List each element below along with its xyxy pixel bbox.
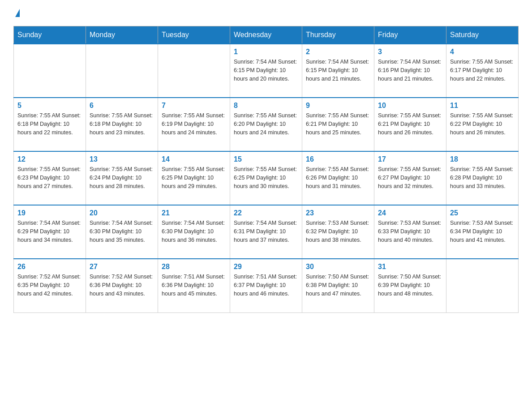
day-number: 14 [162, 155, 226, 163]
day-info: Sunrise: 7:55 AM Sunset: 6:25 PM Dayligh… [162, 165, 226, 190]
calendar-table: SundayMondayTuesdayWednesdayThursdayFrid… [13, 26, 519, 313]
day-info: Sunrise: 7:55 AM Sunset: 6:26 PM Dayligh… [306, 165, 370, 190]
day-info: Sunrise: 7:55 AM Sunset: 6:19 PM Dayligh… [162, 111, 226, 137]
calendar-cell: 1Sunrise: 7:54 AM Sunset: 6:15 PM Daylig… [230, 44, 302, 98]
calendar-cell: 6Sunrise: 7:55 AM Sunset: 6:18 PM Daylig… [86, 98, 158, 151]
calendar-cell: 13Sunrise: 7:55 AM Sunset: 6:24 PM Dayli… [86, 151, 158, 205]
calendar-cell: 19Sunrise: 7:54 AM Sunset: 6:29 PM Dayli… [14, 205, 86, 259]
weekday-sunday: Sunday [14, 26, 86, 44]
day-info: Sunrise: 7:55 AM Sunset: 6:20 PM Dayligh… [234, 111, 298, 137]
day-number: 8 [234, 102, 298, 110]
day-number: 1 [234, 48, 298, 56]
day-number: 7 [162, 102, 226, 110]
day-info: Sunrise: 7:53 AM Sunset: 6:34 PM Dayligh… [450, 219, 515, 244]
calendar-cell: 25Sunrise: 7:53 AM Sunset: 6:34 PM Dayli… [446, 205, 519, 259]
calendar-week-row: 1Sunrise: 7:54 AM Sunset: 6:15 PM Daylig… [14, 44, 519, 98]
calendar-cell [14, 44, 86, 98]
day-number: 13 [90, 155, 154, 163]
day-info: Sunrise: 7:55 AM Sunset: 6:21 PM Dayligh… [306, 111, 370, 137]
day-number: 9 [306, 102, 370, 110]
calendar-body: 1Sunrise: 7:54 AM Sunset: 6:15 PM Daylig… [14, 44, 519, 313]
day-info: Sunrise: 7:52 AM Sunset: 6:35 PM Dayligh… [17, 273, 82, 298]
day-number: 12 [17, 155, 82, 163]
day-info: Sunrise: 7:54 AM Sunset: 6:30 PM Dayligh… [90, 219, 154, 244]
day-number: 23 [306, 209, 370, 217]
day-info: Sunrise: 7:55 AM Sunset: 6:21 PM Dayligh… [378, 111, 442, 137]
day-number: 6 [90, 102, 154, 110]
day-number: 19 [17, 209, 82, 217]
day-number: 2 [306, 48, 370, 56]
calendar-week-row: 5Sunrise: 7:55 AM Sunset: 6:18 PM Daylig… [14, 98, 519, 151]
weekday-friday: Friday [374, 26, 446, 44]
calendar-week-row: 19Sunrise: 7:54 AM Sunset: 6:29 PM Dayli… [14, 205, 519, 259]
calendar-cell: 4Sunrise: 7:55 AM Sunset: 6:17 PM Daylig… [446, 44, 519, 98]
calendar-cell: 16Sunrise: 7:55 AM Sunset: 6:26 PM Dayli… [302, 151, 374, 205]
calendar-week-row: 12Sunrise: 7:55 AM Sunset: 6:23 PM Dayli… [14, 151, 519, 205]
day-number: 16 [306, 155, 370, 163]
day-info: Sunrise: 7:55 AM Sunset: 6:18 PM Dayligh… [90, 111, 154, 137]
day-number: 24 [378, 209, 442, 217]
day-info: Sunrise: 7:53 AM Sunset: 6:32 PM Dayligh… [306, 219, 370, 244]
day-number: 11 [450, 102, 515, 110]
day-number: 18 [450, 155, 515, 163]
calendar-cell: 2Sunrise: 7:54 AM Sunset: 6:15 PM Daylig… [302, 44, 374, 98]
weekday-saturday: Saturday [446, 26, 519, 44]
day-number: 30 [306, 263, 370, 271]
day-info: Sunrise: 7:54 AM Sunset: 6:15 PM Dayligh… [306, 58, 370, 83]
day-info: Sunrise: 7:55 AM Sunset: 6:27 PM Dayligh… [378, 165, 442, 190]
calendar-cell: 21Sunrise: 7:54 AM Sunset: 6:30 PM Dayli… [158, 205, 230, 259]
day-number: 25 [450, 209, 515, 217]
calendar-week-row: 26Sunrise: 7:52 AM Sunset: 6:35 PM Dayli… [14, 259, 519, 313]
weekday-wednesday: Wednesday [230, 26, 302, 44]
calendar-cell [158, 44, 230, 98]
day-info: Sunrise: 7:50 AM Sunset: 6:38 PM Dayligh… [306, 273, 370, 298]
day-number: 27 [90, 263, 154, 271]
calendar-cell: 10Sunrise: 7:55 AM Sunset: 6:21 PM Dayli… [374, 98, 446, 151]
day-info: Sunrise: 7:55 AM Sunset: 6:17 PM Dayligh… [450, 58, 515, 83]
day-info: Sunrise: 7:55 AM Sunset: 6:25 PM Dayligh… [234, 165, 298, 190]
calendar-cell: 31Sunrise: 7:50 AM Sunset: 6:39 PM Dayli… [374, 259, 446, 313]
day-number: 10 [378, 102, 442, 110]
logo [13, 9, 27, 17]
calendar-cell: 23Sunrise: 7:53 AM Sunset: 6:32 PM Dayli… [302, 205, 374, 259]
day-info: Sunrise: 7:55 AM Sunset: 6:28 PM Dayligh… [450, 165, 515, 190]
calendar-cell [446, 259, 519, 313]
day-number: 15 [234, 155, 298, 163]
day-number: 3 [378, 48, 442, 56]
day-number: 20 [90, 209, 154, 217]
calendar-cell: 8Sunrise: 7:55 AM Sunset: 6:20 PM Daylig… [230, 98, 302, 151]
day-info: Sunrise: 7:53 AM Sunset: 6:33 PM Dayligh… [378, 219, 442, 244]
day-info: Sunrise: 7:51 AM Sunset: 6:37 PM Dayligh… [234, 273, 298, 298]
day-info: Sunrise: 7:55 AM Sunset: 6:22 PM Dayligh… [450, 111, 515, 137]
calendar-cell: 3Sunrise: 7:54 AM Sunset: 6:16 PM Daylig… [374, 44, 446, 98]
day-info: Sunrise: 7:55 AM Sunset: 6:18 PM Dayligh… [17, 111, 82, 137]
day-info: Sunrise: 7:51 AM Sunset: 6:36 PM Dayligh… [162, 273, 226, 298]
day-number: 28 [162, 263, 226, 271]
calendar-cell: 20Sunrise: 7:54 AM Sunset: 6:30 PM Dayli… [86, 205, 158, 259]
calendar-cell: 9Sunrise: 7:55 AM Sunset: 6:21 PM Daylig… [302, 98, 374, 151]
calendar-cell: 7Sunrise: 7:55 AM Sunset: 6:19 PM Daylig… [158, 98, 230, 151]
calendar-cell [86, 44, 158, 98]
logo-triangle-icon [15, 9, 20, 17]
page-header [13, 9, 519, 17]
day-info: Sunrise: 7:54 AM Sunset: 6:29 PM Dayligh… [17, 219, 82, 244]
weekday-monday: Monday [86, 26, 158, 44]
day-number: 26 [17, 263, 82, 271]
day-number: 29 [234, 263, 298, 271]
day-number: 31 [378, 263, 442, 271]
day-info: Sunrise: 7:52 AM Sunset: 6:36 PM Dayligh… [90, 273, 154, 298]
calendar-cell: 17Sunrise: 7:55 AM Sunset: 6:27 PM Dayli… [374, 151, 446, 205]
day-number: 21 [162, 209, 226, 217]
day-number: 17 [378, 155, 442, 163]
calendar-cell: 30Sunrise: 7:50 AM Sunset: 6:38 PM Dayli… [302, 259, 374, 313]
calendar-cell: 28Sunrise: 7:51 AM Sunset: 6:36 PM Dayli… [158, 259, 230, 313]
day-number: 22 [234, 209, 298, 217]
calendar-cell: 5Sunrise: 7:55 AM Sunset: 6:18 PM Daylig… [14, 98, 86, 151]
weekday-row: SundayMondayTuesdayWednesdayThursdayFrid… [14, 26, 519, 44]
calendar-cell: 26Sunrise: 7:52 AM Sunset: 6:35 PM Dayli… [14, 259, 86, 313]
day-info: Sunrise: 7:55 AM Sunset: 6:23 PM Dayligh… [17, 165, 82, 190]
day-number: 5 [17, 102, 82, 110]
day-info: Sunrise: 7:54 AM Sunset: 6:15 PM Dayligh… [234, 58, 298, 83]
calendar-cell: 11Sunrise: 7:55 AM Sunset: 6:22 PM Dayli… [446, 98, 519, 151]
calendar-cell: 22Sunrise: 7:54 AM Sunset: 6:31 PM Dayli… [230, 205, 302, 259]
